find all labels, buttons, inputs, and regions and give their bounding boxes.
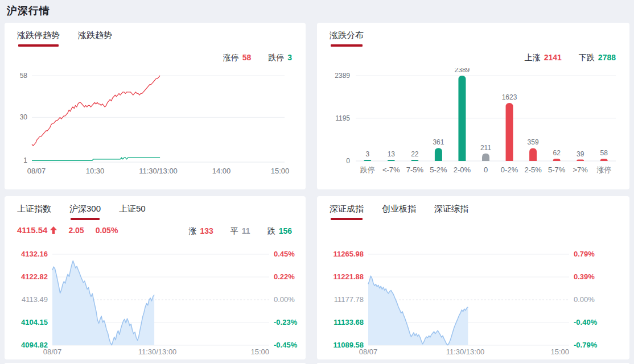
- svg-text:5-7%: 5-7%: [548, 166, 566, 174]
- svg-text:15:00: 15:00: [550, 348, 569, 356]
- svg-text:2-0%: 2-0%: [454, 166, 471, 174]
- svg-text:10:30: 10:30: [86, 167, 105, 175]
- svg-text:0-2%: 0-2%: [501, 166, 518, 174]
- tab-szse-component[interactable]: 深证成指: [330, 204, 364, 220]
- svg-text:0.79%: 0.79%: [574, 250, 595, 258]
- distribution-stats: 上涨2141 下跌2788: [525, 53, 616, 63]
- svg-text:4113.49: 4113.49: [22, 295, 48, 304]
- index-change: 2.05: [68, 226, 84, 235]
- svg-text:0.45%: 0.45%: [274, 250, 295, 258]
- svg-text:08/07: 08/07: [27, 167, 46, 175]
- svg-text:3: 3: [365, 150, 369, 158]
- index-price: 4115.54: [17, 225, 57, 235]
- svg-text:361: 361: [433, 138, 444, 146]
- svg-text:2389: 2389: [335, 72, 350, 80]
- svg-text:2-5%: 2-5%: [524, 166, 542, 174]
- svg-text:11265.98: 11265.98: [333, 250, 364, 258]
- svg-text:39: 39: [577, 150, 584, 158]
- advancers-stat: 上涨2141: [525, 53, 562, 63]
- svg-text:0.22%: 0.22%: [274, 272, 295, 281]
- page-title: 沪深行情: [7, 4, 50, 18]
- tab-szse-composite[interactable]: 深证综指: [434, 204, 468, 220]
- limit-down-stat: 跌停3: [268, 53, 292, 63]
- tab-sse-index[interactable]: 上证指数: [17, 204, 51, 220]
- svg-text:4132.16: 4132.16: [21, 250, 48, 258]
- up-arrow-icon: [50, 226, 57, 234]
- distribution-panel: 涨跌分布 上涨2141 下跌2788 2389119503跌停13<-7%227…: [317, 23, 629, 189]
- limit-up-stat: 涨停58: [223, 53, 252, 63]
- svg-text:14:00: 14:00: [212, 167, 231, 175]
- svg-text:15:00: 15:00: [250, 348, 269, 356]
- svg-text:11:30/13:00: 11:30/13:00: [138, 348, 177, 356]
- index-right-tabs: 深证成指 创业板指 深证综指: [330, 204, 468, 220]
- svg-text:08/07: 08/07: [43, 348, 62, 356]
- svg-text:211: 211: [480, 144, 491, 152]
- svg-text:15:00: 15:00: [271, 167, 290, 175]
- svg-text:30: 30: [20, 113, 28, 121]
- svg-text:1195: 1195: [335, 114, 350, 122]
- tab-csi300[interactable]: 沪深300: [69, 204, 101, 220]
- tab-updown-trend[interactable]: 涨跌趋势: [78, 30, 112, 47]
- tab-chinext[interactable]: 创业板指: [382, 204, 416, 220]
- index-right-panel: 深证成指 创业板指 深证综指 11265.980.79%11221.880.39…: [317, 196, 629, 359]
- svg-text:11:30/13:00: 11:30/13:00: [446, 348, 485, 356]
- svg-text:涨停: 涨停: [596, 166, 611, 174]
- svg-text:1: 1: [23, 156, 27, 164]
- svg-text:2389: 2389: [455, 68, 470, 74]
- down-count-stat: 跌156: [267, 226, 292, 237]
- svg-text:4122.82: 4122.82: [21, 272, 48, 281]
- limit-trend-stats: 涨停58 跌停3: [223, 53, 292, 63]
- svg-text:359: 359: [528, 138, 539, 146]
- tab-sse50[interactable]: 上证50: [119, 204, 146, 220]
- svg-text:0.00%: 0.00%: [574, 295, 595, 304]
- limit-trend-chart[interactable]: 5830108/0710:3011:30/13:0014:0015:00: [16, 68, 294, 176]
- szse-component-chart[interactable]: 11265.980.79%11221.880.39%11177.780.00%1…: [328, 249, 624, 357]
- svg-text:13: 13: [388, 150, 396, 158]
- index-change-percent: 0.05%: [96, 226, 118, 235]
- svg-text:58: 58: [600, 149, 608, 157]
- svg-text:-0.45%: -0.45%: [274, 341, 298, 349]
- limit-trend-tabs: 涨跌停趋势 涨跌趋势: [17, 30, 112, 47]
- tab-limit-trend[interactable]: 涨跌停趋势: [17, 30, 60, 47]
- svg-text:0.00%: 0.00%: [274, 295, 295, 304]
- svg-text:0: 0: [484, 166, 488, 174]
- svg-text:11133.68: 11133.68: [334, 318, 364, 326]
- csi300-chart[interactable]: 4132.160.45%4122.820.22%4113.490.00%4104…: [16, 249, 304, 357]
- index-left-tabs: 上证指数 沪深300 上证50: [17, 204, 146, 220]
- svg-text:-0.40%: -0.40%: [574, 318, 598, 326]
- index-left-panel: 上证指数 沪深300 上证50 4115.54 2.05 0.05% 涨133 …: [5, 196, 306, 359]
- svg-text:22: 22: [411, 150, 419, 158]
- flat-count-stat: 平11: [230, 226, 250, 237]
- svg-text:1623: 1623: [502, 93, 517, 101]
- svg-text:08/07: 08/07: [359, 348, 378, 356]
- distribution-title: 涨跌分布: [330, 30, 364, 47]
- svg-text:11221.88: 11221.88: [333, 272, 364, 281]
- svg-text:11:30/13:00: 11:30/13:00: [139, 167, 178, 175]
- up-count-stat: 涨133: [188, 226, 213, 237]
- distribution-chart[interactable]: 2389119503跌停13<-7%227-5%3615-2%23892-0%2…: [328, 68, 618, 176]
- svg-text:<-7%: <-7%: [382, 166, 400, 174]
- svg-text:0.39%: 0.39%: [574, 272, 595, 281]
- svg-text:5-2%: 5-2%: [430, 166, 447, 174]
- index-left-stats: 涨133 平11 跌156: [188, 226, 292, 237]
- svg-text:58: 58: [20, 72, 28, 80]
- svg-text:62: 62: [553, 149, 561, 157]
- decliners-stat: 下跌2788: [579, 53, 616, 63]
- limit-trend-panel: 涨跌停趋势 涨跌趋势 涨停58 跌停3 5830108/0710:3011:30…: [5, 23, 306, 189]
- svg-text:-0.79%: -0.79%: [574, 341, 598, 349]
- svg-text:-0.23%: -0.23%: [274, 318, 298, 326]
- svg-text:0: 0: [346, 157, 350, 165]
- index-quote: 4115.54 2.05 0.05%: [17, 225, 118, 235]
- svg-text:跌停: 跌停: [360, 166, 375, 174]
- svg-text:7-5%: 7-5%: [406, 166, 424, 174]
- svg-text:>7%: >7%: [573, 166, 588, 174]
- svg-text:11177.78: 11177.78: [334, 295, 364, 304]
- svg-text:4104.15: 4104.15: [21, 318, 48, 326]
- distribution-header: 涨跌分布: [330, 30, 364, 47]
